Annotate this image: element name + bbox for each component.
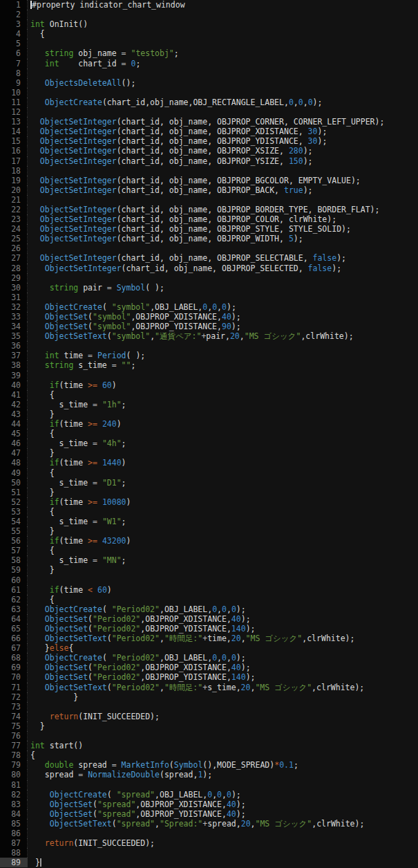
line-number[interactable]: 44 — [0, 419, 28, 429]
code-line[interactable]: ObjectSetInteger(chart_id, obj_name, OBJ… — [28, 253, 418, 263]
line-number[interactable]: 52 — [0, 497, 28, 507]
code-line[interactable]: ObjectSetInteger(chart_id, obj_name, OBJ… — [28, 185, 418, 195]
line-number[interactable]: 7 — [0, 59, 28, 68]
line-number[interactable]: 59 — [0, 565, 28, 575]
line-number[interactable]: 69 — [0, 663, 28, 672]
code-line[interactable]: string pair = Symbol( ); — [28, 283, 418, 293]
line-number[interactable]: 67 — [0, 643, 28, 653]
code-line[interactable]: } — [28, 858, 418, 867]
line-number[interactable]: 57 — [0, 546, 28, 555]
code-line[interactable]: ObjectCreate( "symbol",OBJ_LABEL,0,0,0); — [28, 302, 418, 312]
line-number[interactable]: 15 — [0, 136, 28, 146]
line-number[interactable]: 33 — [0, 312, 28, 322]
line-number[interactable]: 89 — [0, 858, 28, 867]
code-line[interactable]: ObjectSetInteger(chart_id, obj_name, OBJ… — [28, 205, 418, 214]
code-line[interactable]: if(time >= 1440) — [28, 458, 418, 468]
code-line[interactable]: { — [28, 507, 418, 517]
code-line[interactable]: if(time >= 10080) — [28, 497, 418, 507]
code-line[interactable]: int OnInit() — [28, 19, 418, 29]
code-line[interactable]: } — [28, 488, 418, 497]
line-number[interactable]: 30 — [0, 283, 28, 293]
code-line[interactable] — [28, 195, 418, 205]
code-line[interactable]: ObjectSetInteger(chart_id, obj_name, OBJ… — [28, 156, 418, 166]
code-line[interactable] — [28, 848, 418, 858]
code-line[interactable]: ObjectCreate(chart_id,obj_name,OBJ_RECTA… — [28, 98, 418, 107]
code-line[interactable]: if(time >= 43200) — [28, 536, 418, 546]
line-number[interactable]: 16 — [0, 146, 28, 156]
code-line[interactable]: ObjectSetText("Period02","時間足:"+s_time,2… — [28, 683, 418, 692]
line-number[interactable]: 56 — [0, 536, 28, 546]
line-number[interactable]: 62 — [0, 595, 28, 604]
line-number[interactable]: 45 — [0, 429, 28, 438]
code-line[interactable]: } — [28, 692, 418, 702]
code-line[interactable]: double spread = MarketInfo(Symbol(),MODE… — [28, 760, 418, 770]
code-line[interactable]: { — [28, 29, 418, 39]
code-line[interactable] — [28, 293, 418, 302]
line-number[interactable]: 86 — [0, 829, 28, 838]
line-number[interactable]: 71 — [0, 683, 28, 692]
code-line[interactable]: if(time >= 240) — [28, 419, 418, 429]
line-number[interactable]: 68 — [0, 653, 28, 663]
line-number[interactable]: 55 — [0, 526, 28, 536]
code-line[interactable]: ObjectSetInteger(chart_id, obj_name, OBJ… — [28, 176, 418, 185]
code-line[interactable]: ObjectCreate( "Period02",OBJ_LABEL,0,0,0… — [28, 604, 418, 614]
line-number[interactable]: 58 — [0, 555, 28, 565]
code-line[interactable] — [28, 829, 418, 838]
line-number[interactable]: 60 — [0, 575, 28, 585]
line-number[interactable]: 32 — [0, 302, 28, 312]
line-number[interactable]: 49 — [0, 468, 28, 478]
code-line[interactable] — [28, 39, 418, 48]
code-line[interactable]: ObjectSetInteger(chart_id, obj_name, OBJ… — [28, 136, 418, 146]
code-line[interactable]: ObjectSet("symbol",OBJPROP_YDISTANCE,90)… — [28, 322, 418, 331]
line-number[interactable]: 76 — [0, 731, 28, 741]
line-number[interactable]: 19 — [0, 176, 28, 185]
code-line[interactable]: s_time = "D1"; — [28, 478, 418, 488]
line-number[interactable]: 3 — [0, 19, 28, 29]
line-number[interactable]: 48 — [0, 458, 28, 468]
code-line[interactable]: s_time = "4h"; — [28, 438, 418, 448]
line-number[interactable]: 41 — [0, 390, 28, 400]
code-line[interactable] — [28, 371, 418, 380]
code-line[interactable]: ObjectSetInteger(chart_id, obj_name, OBJ… — [28, 234, 418, 243]
line-number[interactable]: 63 — [0, 604, 28, 614]
code-line[interactable]: ObjectSet("spread",OBJPROP_YDISTANCE,40)… — [28, 809, 418, 819]
code-line[interactable]: if(time < 60) — [28, 585, 418, 595]
code-line[interactable]: ObjectCreate( "Period02",OBJ_LABEL,0,0,0… — [28, 653, 418, 663]
code-line[interactable]: ObjectSet("Period02",OBJPROP_YDISTANCE,1… — [28, 624, 418, 634]
line-number[interactable]: 6 — [0, 48, 28, 58]
code-line[interactable]: ObjectSetText("symbol","通貨ペア:"+pair,20,"… — [28, 331, 418, 341]
code-line[interactable]: spread = NormalizeDouble(spread,1); — [28, 770, 418, 779]
line-number[interactable]: 22 — [0, 205, 28, 214]
line-number[interactable]: 5 — [0, 39, 28, 48]
line-number[interactable]: 40 — [0, 380, 28, 390]
code-line[interactable]: return(INIT_SUCCEEDED); — [28, 838, 418, 848]
code-line[interactable]: ObjectSetText("spread","Spread:"+spread,… — [28, 819, 418, 829]
line-number[interactable]: 83 — [0, 800, 28, 809]
code-line[interactable]: } — [28, 409, 418, 419]
code-line[interactable]: ObjectsDeleteAll(); — [28, 78, 418, 88]
line-number[interactable]: 21 — [0, 195, 28, 205]
code-line[interactable] — [28, 107, 418, 117]
line-number[interactable]: 53 — [0, 507, 28, 517]
code-line[interactable] — [28, 273, 418, 283]
line-number[interactable]: 31 — [0, 293, 28, 302]
line-number[interactable]: 87 — [0, 838, 28, 848]
code-line[interactable]: int time = Period( ); — [28, 351, 418, 360]
code-line[interactable]: { — [28, 750, 418, 760]
line-number[interactable]: 43 — [0, 409, 28, 419]
code-line[interactable]: int start() — [28, 741, 418, 750]
line-number[interactable]: 61 — [0, 585, 28, 595]
code-line[interactable]: string obj_name = "testobj"; — [28, 48, 418, 58]
code-line[interactable]: s_time = "1h"; — [28, 400, 418, 409]
line-number[interactable]: 11 — [0, 98, 28, 107]
line-number[interactable]: 50 — [0, 478, 28, 488]
code-line[interactable]: ObjectSetInteger(chart_id, obj_name, OBJ… — [28, 117, 418, 127]
code-line[interactable]: s_time = "MN"; — [28, 555, 418, 565]
line-number[interactable]: 54 — [0, 517, 28, 526]
line-number[interactable]: 38 — [0, 360, 28, 370]
line-number[interactable]: 37 — [0, 351, 28, 360]
line-number[interactable]: 18 — [0, 166, 28, 176]
line-number[interactable]: 34 — [0, 322, 28, 331]
line-number[interactable]: 66 — [0, 634, 28, 643]
line-number[interactable]: 80 — [0, 770, 28, 779]
